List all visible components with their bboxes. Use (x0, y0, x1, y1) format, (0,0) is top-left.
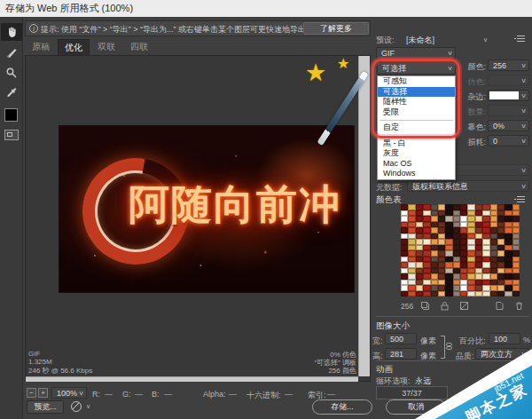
lossy-select[interactable]: 0 ∨ (488, 135, 529, 146)
chevron-down-icon: ∨ (520, 62, 527, 68)
chevron-down-icon: ∨ (520, 123, 527, 129)
reduction-select[interactable]: 可选择 ∨ (377, 62, 456, 75)
preset-value-select[interactable]: [未命名] (406, 35, 434, 46)
height-input[interactable]: 281 (385, 348, 417, 360)
alpha-value: — (229, 390, 237, 399)
tab-1[interactable]: 原稿 (25, 39, 57, 55)
lock-swatch-icon-button[interactable] (440, 301, 450, 311)
info-file-size: 1.325M (28, 358, 52, 366)
metadata-select[interactable]: 版权和联系信息 ∨ (407, 180, 529, 192)
slice-select-tool-button[interactable] (1, 44, 22, 62)
save-button[interactable]: 存储... (312, 399, 372, 415)
matte-swatch[interactable] (489, 91, 519, 99)
browser-preview-icon[interactable] (71, 401, 82, 412)
window-title: 存储为 Web 所用格式 (100%) (5, 3, 133, 13)
animation-header: 动画 (376, 364, 393, 376)
matte-select[interactable]: ∨ (488, 90, 529, 101)
eyedropper-color-swatch[interactable] (4, 108, 18, 122)
menu-item[interactable]: 灰度 (378, 148, 455, 159)
palette-swatch[interactable] (482, 291, 489, 297)
palette-swatch[interactable] (408, 291, 415, 297)
transparency-map-icon-button[interactable] (459, 301, 469, 311)
menu-item[interactable]: 黑 - 白 (378, 138, 455, 149)
star-icon-large: ★ (305, 59, 326, 87)
matte-label: 杂边: (456, 91, 486, 103)
preview-image[interactable]: 阿随向前冲 (59, 125, 355, 293)
palette-swatch[interactable] (431, 291, 438, 297)
hex-label: 十六进制: (246, 390, 281, 401)
preview-in-browser-button[interactable]: 预览... (27, 400, 64, 414)
channel-b-label: B: (152, 390, 160, 399)
new-swatch-icon-button[interactable] (495, 301, 505, 311)
chevron-down-icon: ∨ (520, 92, 527, 99)
panel-menu-icon[interactable] (514, 35, 525, 43)
menu-item[interactable]: 自定 (378, 123, 455, 133)
toggle-slices-button[interactable] (4, 130, 19, 140)
websnap-select[interactable]: 0% ∨ (488, 120, 529, 131)
chevron-down-icon: ∨ (78, 390, 84, 396)
channel-g-label: G: (122, 390, 131, 399)
hint-text: 提示: 使用 “文件” > “导出” > “导出为...” 或右键单击某个图层可… (41, 24, 322, 36)
palette-swatch[interactable] (445, 291, 452, 297)
format-select[interactable]: GIF ∨ (376, 47, 456, 59)
palette-swatch[interactable] (460, 291, 467, 297)
menu-item[interactable]: Windows (378, 169, 455, 179)
delete-swatch-icon-button[interactable] (514, 301, 524, 311)
palette-swatch[interactable] (423, 291, 430, 297)
tab-3[interactable]: 双联 (90, 39, 122, 55)
lossy-label: 损耗: (456, 137, 486, 148)
reduction-menu: 可感知可选择随样性受限自定黑 - 白灰度Mac OSWindows (377, 75, 456, 180)
zoom-tool-button[interactable] (1, 64, 22, 82)
percent-unit: % (523, 336, 530, 344)
horizontal-scrollbar[interactable] (26, 376, 358, 382)
menu-item[interactable]: 随样性 (378, 97, 455, 107)
hand-tool-button[interactable] (1, 23, 22, 41)
colors-select[interactable]: 256 ∨ (488, 59, 529, 71)
palette-swatch[interactable] (438, 291, 445, 297)
menu-separator (378, 133, 455, 138)
vertical-scrollbar[interactable] (358, 56, 370, 376)
palette-swatch[interactable] (416, 291, 423, 297)
tabs: 原稿优化双联四联 (25, 39, 156, 55)
menu-item[interactable]: 受限 (378, 107, 455, 118)
info-colors: 256 颜色 (328, 366, 356, 376)
eyedropper-tool-button[interactable] (1, 83, 22, 101)
zoom-in-button[interactable]: + (38, 388, 48, 398)
palette-swatch[interactable] (490, 291, 497, 297)
color-table-menu-icon[interactable] (514, 195, 525, 203)
palette-swatch[interactable] (505, 291, 512, 297)
menu-separator (378, 117, 455, 123)
color-table-grid (401, 204, 520, 296)
menu-item[interactable]: 可感知 (378, 76, 455, 87)
palette-swatch[interactable] (453, 291, 460, 297)
width-label: 宽: (372, 336, 383, 347)
palette-swatch[interactable] (475, 291, 482, 297)
width-input[interactable]: 500 (385, 333, 417, 344)
dither-label: 仿色: (456, 76, 486, 88)
menu-item[interactable]: Mac OS (378, 159, 455, 170)
chevron-down-icon: ∨ (520, 107, 527, 114)
palette-swatch[interactable] (497, 291, 505, 297)
palette-swatch[interactable] (512, 291, 520, 297)
learn-more-button[interactable]: 了解更多 (303, 22, 369, 35)
palette-swatch[interactable] (467, 291, 474, 297)
zoom-out-button[interactable]: − (27, 388, 36, 398)
percent-input[interactable]: 100 (489, 333, 520, 344)
channel-r-value: — (105, 390, 113, 399)
info-icon: i (29, 24, 38, 33)
preset-chevron-icon[interactable]: ∨ (483, 36, 488, 43)
tab-4[interactable]: 四联 (123, 39, 155, 55)
tab-2[interactable]: 优化 (58, 39, 90, 55)
zoom-level-select[interactable]: 100% ∨ (51, 387, 87, 399)
menu-item[interactable]: 可选择 (378, 87, 455, 98)
hex-value: — (285, 390, 293, 399)
chevron-down-icon: ∨ (447, 50, 453, 56)
palette-swatch[interactable] (401, 291, 408, 297)
websnap-label: 靠色: (456, 122, 486, 133)
index-value: — (327, 390, 335, 399)
chevron-down-icon: ∨ (520, 138, 527, 144)
info-download-time[interactable]: 246 秒 @ 56.6 Kbps (28, 366, 92, 376)
chevron-down-icon: ∨ (520, 183, 527, 189)
websnap-swatch-icon-button[interactable] (420, 301, 430, 311)
browser-preview-dropdown[interactable]: ∨ (86, 403, 90, 410)
